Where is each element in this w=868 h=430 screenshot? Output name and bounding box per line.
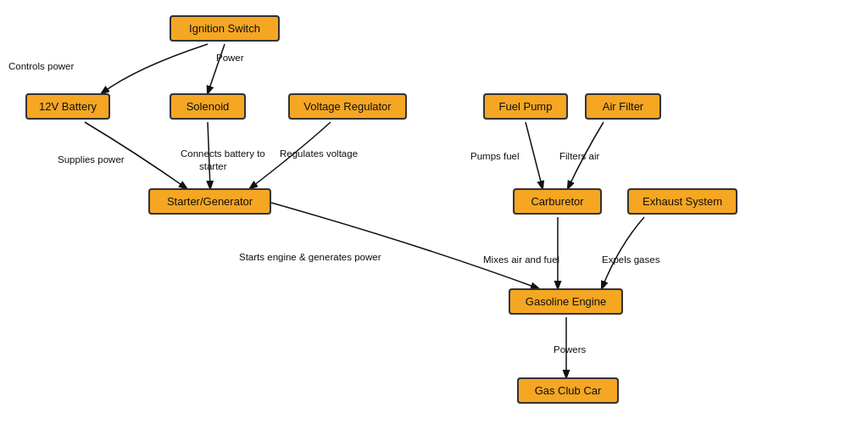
diagram: Ignition Switch 12V Battery Solenoid Vol…: [0, 0, 868, 430]
starts-engine-label: Starts engine & generates power: [239, 252, 381, 262]
ignition-switch-node: Ignition Switch: [170, 15, 280, 42]
starter-generator-node: Starter/Generator: [148, 188, 271, 215]
air-filter-node: Air Filter: [585, 93, 661, 120]
solenoid-node: Solenoid: [170, 93, 246, 120]
exhaust-system-node: Exhaust System: [627, 188, 737, 215]
filters-air-label: Filters air: [559, 151, 599, 161]
pumps-fuel-label: Pumps fuel: [470, 151, 520, 161]
gas-club-car-node: Gas Club Car: [517, 377, 619, 404]
battery-node: 12V Battery: [25, 93, 110, 120]
mixes-air-label: Mixes air and fuel: [483, 254, 559, 265]
supplies-power-label: Supplies power: [58, 154, 125, 165]
power-label: Power: [216, 53, 244, 63]
connects-battery-label: Connects battery to: [181, 148, 265, 159]
carburetor-node: Carburetor: [513, 188, 602, 215]
fuel-pump-node: Fuel Pump: [483, 93, 568, 120]
voltage-regulator-node: Voltage Regulator: [288, 93, 407, 120]
gasoline-engine-node: Gasoline Engine: [509, 288, 623, 315]
powers-label: Powers: [554, 344, 586, 355]
expels-gases-label: Expels gases: [602, 254, 659, 265]
connects-battery2-label: starter: [199, 161, 227, 171]
controls-power-label: Controls power: [8, 61, 74, 71]
regulates-voltage-label: Regulates voltage: [280, 148, 358, 159]
